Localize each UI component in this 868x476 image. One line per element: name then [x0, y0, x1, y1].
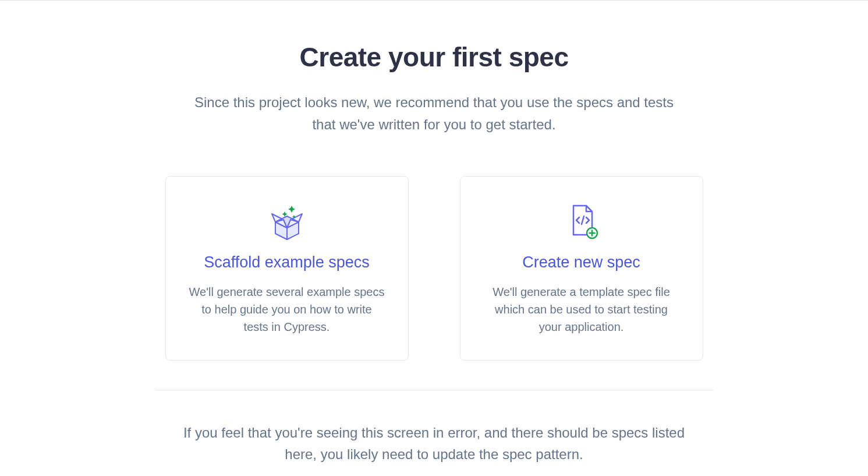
- page-subtitle: Since this project looks new, we recomme…: [190, 91, 679, 136]
- scaffold-example-specs-card[interactable]: Scaffold example specs We'll generate se…: [165, 176, 409, 361]
- card-title: Create new spec: [522, 252, 640, 273]
- box-sparkle-icon: [266, 201, 308, 242]
- footer-note: If you feel that you're seeing this scre…: [166, 422, 702, 465]
- card-description: We'll generate a template spec file whic…: [483, 283, 681, 336]
- main-container: Create your first spec Since this projec…: [155, 1, 714, 465]
- page-title: Create your first spec: [300, 41, 569, 73]
- create-new-spec-card[interactable]: Create new spec We'll generate a templat…: [460, 176, 703, 361]
- divider: [155, 390, 714, 390]
- cards-row: Scaffold example specs We'll generate se…: [165, 176, 703, 361]
- card-description: We'll generate several example specs to …: [188, 283, 386, 336]
- file-code-plus-icon: [561, 201, 603, 242]
- card-title: Scaffold example specs: [204, 252, 370, 273]
